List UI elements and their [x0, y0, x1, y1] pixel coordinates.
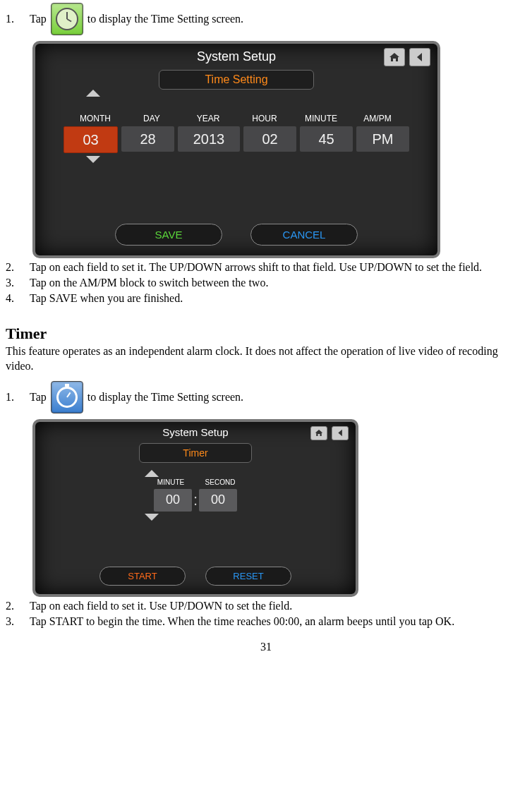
step-4-row: 4. Tap SAVE when you are finished.: [6, 292, 526, 305]
timer-step-2-row: 2. Tap on each field to set it. Use UP/D…: [6, 600, 526, 612]
label-second: SECOND: [195, 478, 245, 486]
clock-icon: [51, 3, 83, 35]
step-number: 2.: [6, 261, 30, 274]
timer-screenshot: System Setup Timer MINUTE SECOND 00 : 00…: [32, 419, 358, 597]
step-number: 3.: [6, 615, 30, 628]
nav-buttons: [384, 48, 430, 66]
reset-button[interactable]: RESET: [205, 567, 291, 586]
colon: :: [192, 489, 199, 512]
field-headers: MONTH DAY YEAR HOUR MINUTE AM/PM: [35, 114, 437, 123]
arrow-up-icon[interactable]: [65, 90, 121, 97]
step-number: 4.: [6, 292, 30, 305]
day-field[interactable]: 28: [121, 126, 174, 152]
step-4-text: Tap SAVE when you are finished.: [30, 292, 526, 305]
start-button[interactable]: START: [99, 567, 186, 586]
timer-step-3-row: 3. Tap START to begin the time. When the…: [6, 615, 526, 628]
arrow-down-icon[interactable]: [65, 156, 121, 163]
timer-step-1-pre: Tap: [30, 391, 47, 404]
step-number: 1.: [6, 391, 30, 404]
month-field[interactable]: 03: [64, 126, 118, 153]
timer-step-1-row: 1. Tap to display the Time Setting scree…: [6, 381, 526, 413]
nav-buttons: [310, 426, 349, 440]
step-3-row: 3. Tap on the AM/PM block to switch betw…: [6, 277, 526, 289]
ampm-field[interactable]: PM: [356, 126, 409, 152]
year-field[interactable]: 2013: [178, 126, 240, 152]
field-row: 03 28 2013 02 45 PM: [35, 126, 437, 153]
minute-field[interactable]: 45: [300, 126, 353, 152]
step-number: 1.: [6, 13, 30, 25]
step-number: 2.: [6, 600, 30, 612]
time-setting-screenshot: System Setup Time Setting MONTH DAY YEAR…: [32, 41, 440, 258]
label-minute: MINUTE: [146, 478, 195, 486]
panel-tab: Timer: [183, 447, 207, 459]
field-row: 00 : 00: [35, 489, 356, 512]
home-icon[interactable]: [310, 426, 327, 440]
button-row: START RESET: [35, 567, 356, 586]
label-ampm: AM/PM: [349, 114, 406, 123]
minute-field[interactable]: 00: [154, 489, 192, 512]
stopwatch-icon: [51, 381, 83, 413]
home-icon[interactable]: [384, 48, 405, 66]
timer-heading: Timer: [6, 325, 526, 343]
panel-tab: Time Setting: [205, 73, 267, 85]
step-2-row: 2. Tap on each field to set it. The UP/D…: [6, 261, 526, 274]
hour-field[interactable]: 02: [243, 126, 296, 152]
back-icon[interactable]: [409, 48, 430, 66]
timer-step-1-post: to display the Time Setting screen.: [87, 391, 243, 404]
step-1-content: Tap to display the Time Setting screen.: [30, 3, 526, 35]
step-number: 3.: [6, 277, 30, 289]
timer-paragraph: This feature operates as an independent …: [6, 344, 526, 374]
save-button[interactable]: SAVE: [115, 224, 222, 246]
step-2-text: Tap on each field to set it. The UP/DOWN…: [30, 261, 526, 274]
step-1-post: to display the Time Setting screen.: [87, 13, 243, 25]
timer-step-3-text: Tap START to begin the time. When the ti…: [30, 615, 526, 628]
page-number: 31: [6, 641, 526, 653]
second-field[interactable]: 00: [199, 489, 237, 512]
label-year: YEAR: [180, 114, 236, 123]
step-1-pre: Tap: [30, 13, 47, 25]
arrow-down-icon[interactable]: [131, 514, 173, 521]
button-row: SAVE CANCEL: [35, 224, 437, 246]
label-month: MONTH: [67, 114, 123, 123]
step-1-row: 1. Tap to display the Time Setting scree…: [6, 3, 526, 35]
field-headers: MINUTE SECOND: [35, 478, 356, 486]
timer-step-2-text: Tap on each field to set it. Use UP/DOWN…: [30, 600, 526, 612]
cancel-button[interactable]: CANCEL: [250, 224, 358, 246]
back-icon[interactable]: [332, 426, 349, 440]
step-3-text: Tap on the AM/PM block to switch between…: [30, 277, 526, 289]
label-minute: MINUTE: [293, 114, 349, 123]
label-day: DAY: [123, 114, 180, 123]
label-hour: HOUR: [236, 114, 293, 123]
timer-step-1-content: Tap to display the Time Setting screen.: [30, 381, 526, 413]
panel-title: System Setup: [35, 422, 356, 440]
arrow-up-icon[interactable]: [131, 470, 173, 477]
panel-title: System Setup: [35, 44, 437, 67]
